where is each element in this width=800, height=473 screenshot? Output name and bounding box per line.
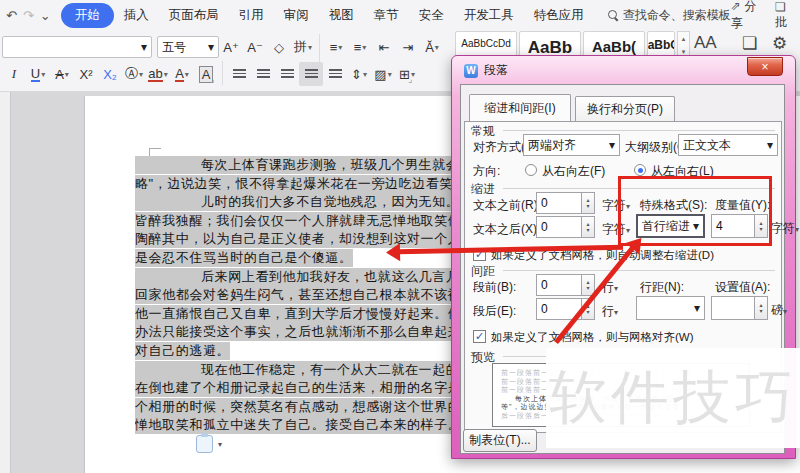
strikethrough-button[interactable]: A▾ <box>50 62 74 86</box>
tabs-button[interactable]: 制表位(T)... <box>463 429 537 452</box>
pinyin-guide-button[interactable]: 拼▾ <box>291 35 315 59</box>
unit-dropdown[interactable]: 行▾ <box>602 303 618 320</box>
wrench-icon[interactable]: ⚙ <box>772 33 787 54</box>
tab-references[interactable]: 引用 <box>229 4 274 27</box>
line-spacing-select[interactable]: ▾ <box>636 296 705 320</box>
collapse-ribbon-icon[interactable]: ⌄ <box>40 8 51 23</box>
font-name-combo[interactable]: ▾ <box>2 36 152 58</box>
line-spacing-label: 行距(N): <box>640 279 684 296</box>
doc-line: 办法只能接受这个事实，之后也就渐渐不那么自卑起来，才发现之前一 <box>135 323 452 342</box>
doc-line: 陶醉其中，以为自己是正义使者，却没想到这对一个人的伤害有多大。 <box>135 230 452 249</box>
grid-align-label: 如果定义了文档网格，则与网格对齐(W) <box>491 330 694 345</box>
tab-indents-spacing[interactable]: 缩进和间距(I) <box>469 94 571 121</box>
page-setup-icon[interactable]: ❏ <box>742 33 757 54</box>
text-before-input[interactable] <box>536 192 582 214</box>
comment-button[interactable]: ❏ 批 <box>775 0 796 31</box>
superscript-button[interactable]: X² <box>74 62 98 86</box>
space-before-label: 段前(B): <box>473 279 516 296</box>
text-before-label: 文本之前(R): <box>473 197 541 214</box>
align-center-button[interactable] <box>251 62 275 86</box>
scroll-up-icon[interactable]: ▴ <box>682 35 686 43</box>
phonetic-button[interactable]: Ǎ▾ <box>420 35 444 59</box>
increase-indent-button[interactable]: ⇥ <box>396 35 420 59</box>
grow-font-button[interactable]: A⁺ <box>219 35 243 59</box>
tab-view[interactable]: 视图 <box>319 4 364 27</box>
clear-format-button[interactable]: ◇ <box>267 35 291 59</box>
align-right-button[interactable] <box>275 62 299 86</box>
justify-button[interactable] <box>299 62 323 86</box>
unit-dropdown[interactable]: 磅▾ <box>771 302 787 319</box>
check-icon: ✓ <box>475 331 484 342</box>
tab-insert[interactable]: 插入 <box>114 4 159 27</box>
set-value-stepper[interactable]: ▴▾ <box>755 296 768 320</box>
dialog-title: 段落 <box>484 62 508 79</box>
tab-page-layout[interactable]: 页面布局 <box>159 4 229 27</box>
set-value-input[interactable] <box>711 296 755 320</box>
doc-line: 个相册的时候，突然莫名有点感动，想感谢这个世界的神没有让一个大 <box>135 398 452 417</box>
subscript-button[interactable]: X₂ <box>98 62 122 86</box>
alignment-select[interactable]: 两端对齐 ▾ <box>523 134 620 156</box>
text-after-label: 文本之后(X): <box>473 221 540 238</box>
search-icon <box>608 10 618 20</box>
search-placeholder: 查找命令、搜索模板 <box>623 7 731 24</box>
doc-line: 惮地取笑和孤立中迷失了自己。接受自己本来的样子。 <box>135 416 452 435</box>
wps-logo: W <box>464 64 478 78</box>
doc-line: 略"，边说边笑，恨不得拿起爆米花在一旁边吃边看笑话。 <box>135 175 452 194</box>
tab-review[interactable]: 审阅 <box>274 4 319 27</box>
shading-button[interactable]: ▨▾ <box>371 62 395 86</box>
decrease-indent-button[interactable]: ⇤ <box>372 35 396 59</box>
paragraph-group-launcher[interactable]: ⌟ <box>408 74 412 84</box>
text-after-input[interactable] <box>536 216 582 238</box>
spacing-group-label: 间距 <box>471 263 499 280</box>
command-search[interactable]: 查找命令、搜索模板 <box>608 7 731 24</box>
bullet-list-button[interactable]: ≡▾ <box>324 35 348 59</box>
line-spacing-button[interactable]: ⇕▾ <box>347 62 371 86</box>
share-button[interactable]: ⇗ 分享 <box>731 0 761 32</box>
paste-options-button[interactable] <box>196 435 213 453</box>
enclose-character-button[interactable]: Ⓐ▾ <box>122 62 146 86</box>
doc-line: 在倒也建了个相册记录起自己的生活来，相册的名字是："接受自己本 <box>135 379 452 398</box>
underline-button[interactable]: U▾ <box>26 62 50 86</box>
font-group-launcher[interactable]: ⌟ <box>210 74 214 84</box>
align-left-button[interactable] <box>227 62 251 86</box>
indent-group-label: 缩进 <box>471 181 499 198</box>
distribute-button[interactable] <box>323 62 347 86</box>
numbered-list-button[interactable]: ≡▾ <box>348 35 372 59</box>
divider <box>503 270 775 271</box>
grid-align-checkbox[interactable]: ✓ <box>473 330 486 343</box>
outline-level-select[interactable]: 正文文本 ▾ <box>678 134 778 156</box>
font-color-button[interactable]: A▾ <box>170 62 194 86</box>
borders-button[interactable]: ⊞▾ <box>395 62 419 86</box>
tab-developer[interactable]: 开发工具 <box>454 4 524 27</box>
italic-button[interactable]: I <box>2 62 26 86</box>
character-shading-button[interactable]: A <box>194 62 218 86</box>
undo-icon[interactable]: ↶ <box>6 8 17 23</box>
tab-security[interactable]: 安全 <box>409 4 454 27</box>
doc-line: 回家他都会对爸妈生闷气，甚至还想自己根本就不该被生下来，搞得 <box>135 286 452 305</box>
tab-special-apps[interactable]: 特色应用 <box>524 4 594 27</box>
tab-home[interactable]: 开始 <box>61 3 114 28</box>
text-before-stepper[interactable]: ▴▾ <box>582 192 595 214</box>
quick-access-toolbar: ↶ ↷ ⌄ <box>0 8 61 23</box>
window-actions: ⇗ 分享 ❏ 批 <box>731 0 800 32</box>
annotation-highlight-box <box>618 176 772 246</box>
dialog-titlebar[interactable]: W 段落 <box>464 62 508 79</box>
rtl-radio[interactable] <box>525 164 537 176</box>
text-tool-icon[interactable]: AA <box>694 33 717 53</box>
text-after-stepper[interactable]: ▴▾ <box>582 216 595 238</box>
chevron-down-icon[interactable]: ▾ <box>218 440 222 449</box>
close-button[interactable]: × <box>747 57 783 76</box>
unit-dropdown[interactable]: 字符▾ <box>771 220 799 237</box>
space-before-input[interactable] <box>536 274 582 296</box>
doc-line: 后来网上看到他加我好友，也就这么几言几句聊起来。他还是 <box>135 268 452 287</box>
tab-line-page-breaks[interactable]: 换行和分页(P) <box>575 96 675 122</box>
shrink-font-button[interactable]: A⁻ <box>243 35 267 59</box>
tab-section[interactable]: 章节 <box>364 4 409 27</box>
font-size-combo[interactable]: 五号 ▾ <box>157 36 219 58</box>
chevron-down-icon: ▾ <box>141 40 147 54</box>
divider <box>222 61 223 85</box>
document-text[interactable]: 每次上体育课跑步测验，班级几个男生就会在一旁起哄，大声 略"，边说边笑，恨不得拿… <box>135 156 452 446</box>
ltr-radio[interactable] <box>634 164 646 176</box>
highlight-button[interactable]: ab▾ <box>146 62 170 86</box>
redo-icon[interactable]: ↷ <box>23 8 34 23</box>
